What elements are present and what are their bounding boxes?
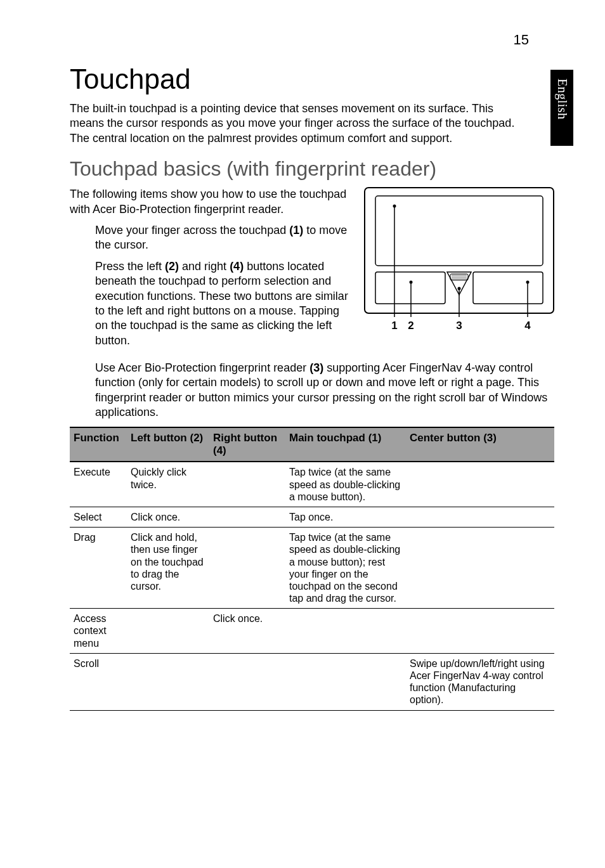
touchpad-svg: 1 2 3 4 — [364, 187, 554, 333]
bullet-2-pre: Press the left — [95, 260, 165, 273]
table-header-row: Function Left button (2) Right button (4… — [70, 427, 554, 462]
th-left-button: Left button (2) — [127, 427, 209, 462]
svg-point-11 — [410, 281, 413, 284]
cell: Quickly click twice. — [127, 462, 209, 507]
intro-text: The built-in touchpad is a pointing devi… — [70, 101, 526, 146]
bullet-3-pre: Use Acer Bio-Protection fingerprint read… — [95, 361, 309, 374]
th-function: Function — [70, 427, 127, 462]
cell — [209, 462, 285, 507]
bullet-2-mid1: and right — [179, 260, 230, 273]
cell — [406, 528, 554, 609]
bullet-2-mid2: buttons located beneath the touchpad to … — [95, 260, 348, 347]
table-row: Select Click once. Tap once. — [70, 507, 554, 527]
bullet-3: Use Acer Bio-Protection fingerprint read… — [95, 361, 552, 420]
svg-rect-1 — [375, 196, 543, 266]
cell: Swipe up/down/left/right using Acer Fing… — [406, 653, 554, 710]
section-heading: Touchpad basics (with fingerprint reader… — [70, 157, 554, 181]
table-row: Access context menu Click once. — [70, 609, 554, 654]
bullet-2-bold1: (2) — [165, 260, 179, 273]
th-right-button: Right button (4) — [209, 427, 285, 462]
cell — [209, 653, 285, 710]
diagram-label-1: 1 — [391, 320, 397, 332]
page-number: 15 — [514, 32, 529, 48]
svg-point-13 — [458, 287, 461, 290]
section-text-column: The following items show you how to use … — [70, 187, 353, 354]
bullet-2: Press the left (2) and right (4) buttons… — [95, 259, 353, 348]
cell: Select — [70, 507, 127, 527]
cell: Tap once. — [285, 507, 406, 527]
cell: Click once. — [127, 507, 209, 527]
svg-rect-2 — [375, 272, 445, 304]
cell: Click and hold, then use finger on the t… — [127, 528, 209, 609]
bullet-2-bold2: (4) — [230, 260, 244, 273]
diagram-label-4: 4 — [524, 320, 531, 332]
svg-point-15 — [526, 281, 530, 284]
cell — [127, 609, 209, 654]
page: 15 English Touchpad The built-in touchpa… — [0, 0, 605, 868]
cell — [209, 507, 285, 527]
cell — [127, 653, 209, 710]
cell — [285, 609, 406, 654]
cell — [406, 609, 554, 654]
cell: Drag — [70, 528, 127, 609]
cell: Tap twice (at the same speed as double-c… — [285, 528, 406, 609]
following-text: The following items show you how to use … — [70, 187, 353, 217]
touchpad-diagram: 1 2 3 4 — [364, 187, 554, 333]
cell: Execute — [70, 462, 127, 507]
cell — [406, 462, 554, 507]
cell — [209, 528, 285, 609]
diagram-label-3: 3 — [456, 320, 462, 332]
cell: Tap twice (at the same speed as double-c… — [285, 462, 406, 507]
section-body: The following items show you how to use … — [70, 187, 554, 354]
th-center-button: Center button (3) — [406, 427, 554, 462]
cell: Access context menu — [70, 609, 127, 654]
table-row: Scroll Swipe up/down/left/right using Ac… — [70, 653, 554, 710]
svg-rect-3 — [473, 272, 543, 304]
cell — [285, 653, 406, 710]
language-tab: English — [550, 70, 573, 146]
touchpad-functions-table: Function Left button (2) Right button (4… — [70, 427, 554, 711]
table-row: Execute Quickly click twice. Tap twice (… — [70, 462, 554, 507]
cell: Scroll — [70, 653, 127, 710]
cell — [406, 507, 554, 527]
page-title: Touchpad — [70, 63, 554, 95]
th-main-touchpad: Main touchpad (1) — [285, 427, 406, 462]
bullet-1: Move your finger across the touchpad (1)… — [95, 223, 353, 253]
bullet-1-bold: (1) — [289, 224, 303, 236]
cell: Click once. — [209, 609, 285, 654]
diagram-label-2: 2 — [408, 320, 413, 332]
table-row: Drag Click and hold, then use finger on … — [70, 528, 554, 609]
svg-point-9 — [393, 205, 396, 208]
bullet-1-pre: Move your finger across the touchpad — [95, 224, 289, 236]
bullet-3-bold: (3) — [309, 361, 323, 374]
